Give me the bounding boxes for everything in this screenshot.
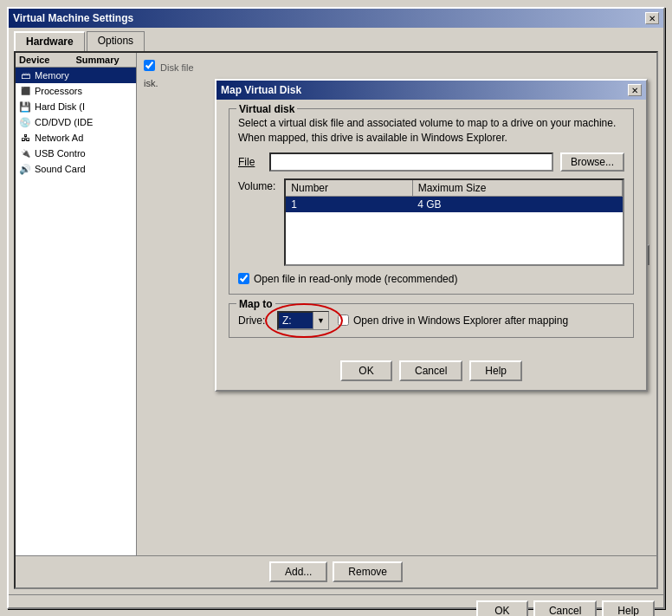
dialog-cancel-button[interactable]: Cancel xyxy=(399,360,462,381)
file-row: File Browse... xyxy=(238,152,624,172)
readonly-label: Open file in read-only mode (recommended… xyxy=(254,273,457,285)
drive-row: Drive: Z: A: B: Y: xyxy=(238,311,624,330)
drive-select[interactable]: Z: A: B: Y: X: xyxy=(277,311,329,330)
volume-number: 1 xyxy=(286,196,412,212)
device-list: Device Summary Memory Processors Hard Di… xyxy=(16,53,137,555)
tab-options[interactable]: Options xyxy=(87,31,145,51)
volume-table-container: Number Maximum Size 1 4 GB xyxy=(284,178,624,266)
title-bar: Virtual Machine Settings ✕ xyxy=(9,9,663,28)
col-number: Number xyxy=(286,180,412,197)
drive-select-container: Z: A: B: Y: X: ▼ xyxy=(277,311,329,330)
map-to-label: Map to xyxy=(236,298,275,310)
readonly-checkbox[interactable] xyxy=(238,273,249,284)
device-item-usb[interactable]: USB Contro xyxy=(16,146,136,161)
virtual-disk-group: Virtual disk Select a virtual disk file … xyxy=(229,108,634,295)
volume-size: 4 GB xyxy=(412,196,622,212)
file-label: File xyxy=(238,156,262,168)
device-item-harddisk[interactable]: Hard Disk (I xyxy=(16,99,136,114)
volume-label: Volume: xyxy=(238,178,275,192)
main-help-button[interactable]: Help xyxy=(602,600,655,616)
device-item-sound[interactable]: Sound Card xyxy=(16,161,136,177)
device-item-cddvd[interactable]: CD/DVD (IDE xyxy=(16,114,136,130)
harddisk-icon xyxy=(19,101,31,113)
file-input[interactable] xyxy=(269,152,553,172)
tab-bar: Hardware Options xyxy=(9,28,663,51)
tab-hardware[interactable]: Hardware xyxy=(14,31,85,51)
volume-table: Number Maximum Size 1 4 GB xyxy=(286,180,623,264)
volume-section: Volume: Number Maximum Size xyxy=(238,178,624,266)
dialog-close-button[interactable]: ✕ xyxy=(628,84,642,96)
panel-content: Device Summary Memory Processors Hard Di… xyxy=(16,53,656,555)
map-virtual-disk-dialog: Map Virtual Disk ✕ Virtual disk Select a… xyxy=(215,79,648,392)
virtual-disk-label: Virtual disk xyxy=(236,103,297,115)
device-list-header: Device Summary xyxy=(16,53,136,68)
main-ok-button[interactable]: OK xyxy=(476,600,528,616)
dialog-buttons: OK Cancel Help xyxy=(216,355,646,390)
dialog-body: Virtual disk Select a virtual disk file … xyxy=(216,100,646,355)
bottom-action-bar: Add... Remove xyxy=(16,555,656,587)
col-size: Maximum Size xyxy=(412,180,622,197)
processor-icon xyxy=(19,85,31,97)
readonly-check-row: Open file in read-only mode (recommended… xyxy=(238,273,624,285)
dialog-title: Map Virtual Disk xyxy=(221,84,301,96)
main-cancel-button[interactable]: Cancel xyxy=(533,600,597,616)
volume-row[interactable]: 1 4 GB xyxy=(286,196,622,212)
drive-select-wrapper: Z: A: B: Y: X: ▼ xyxy=(277,311,329,330)
dialog-help-button[interactable]: Help xyxy=(469,360,522,381)
right-panel: Disk file isk. Advanced... Map Virtual D… xyxy=(137,53,656,555)
window-close-button[interactable]: ✕ xyxy=(645,12,659,24)
window-title: Virtual Machine Settings xyxy=(13,12,133,24)
open-drive-label: Open drive in Windows Explorer after map… xyxy=(353,314,568,327)
browse-button[interactable]: Browse... xyxy=(560,152,624,172)
memory-icon xyxy=(19,69,31,81)
add-button[interactable]: Add... xyxy=(269,561,327,582)
dialog-ok-button[interactable]: OK xyxy=(340,360,392,381)
dialog-overlay: Map Virtual Disk ✕ Virtual disk Select a… xyxy=(137,53,656,555)
volume-empty-row xyxy=(286,212,622,264)
open-drive-checkbox[interactable] xyxy=(338,314,349,326)
device-item-memory[interactable]: Memory xyxy=(16,68,136,83)
map-to-group: Map to Drive: Z: A: xyxy=(229,303,634,338)
network-icon xyxy=(19,132,31,144)
device-item-network[interactable]: Network Ad xyxy=(16,130,136,146)
main-bottom-bar: OK Cancel Help xyxy=(9,594,663,616)
dialog-title-bar: Map Virtual Disk ✕ xyxy=(216,81,646,100)
cd-icon xyxy=(19,116,31,128)
device-item-processors[interactable]: Processors xyxy=(16,83,136,99)
remove-button[interactable]: Remove xyxy=(333,561,403,582)
usb-icon xyxy=(19,147,31,159)
virtual-disk-description: Select a virtual disk file and associate… xyxy=(238,116,624,146)
main-window: Virtual Machine Settings ✕ Hardware Opti… xyxy=(7,7,665,609)
open-drive-check-row: Open drive in Windows Explorer after map… xyxy=(338,314,568,327)
drive-label: Drive: xyxy=(238,314,268,327)
sound-icon xyxy=(19,163,31,175)
tab-content: Device Summary Memory Processors Hard Di… xyxy=(14,51,658,589)
